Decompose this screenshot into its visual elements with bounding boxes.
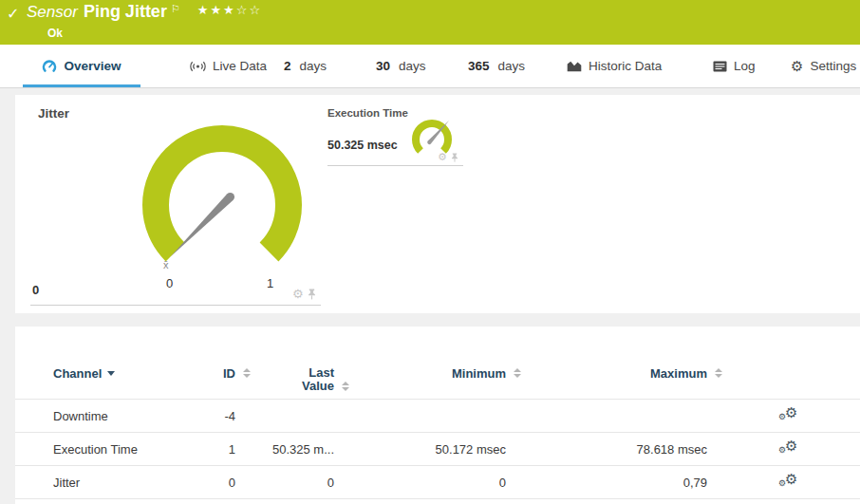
channel-id: -4: [196, 409, 235, 423]
gauge-needle: [171, 193, 234, 256]
execution-time-gauge-toolbar: ⚙: [438, 152, 458, 162]
sort-icon[interactable]: [342, 382, 349, 391]
execution-time-panel-divider: [327, 165, 463, 166]
stars-empty: ☆☆: [236, 3, 262, 17]
channel-minimum: 0: [334, 476, 506, 490]
settings-gear-icon: ⚙: [791, 59, 803, 73]
tab-live-data-label: Live Data: [213, 59, 267, 73]
tab-365-days-number: 365: [468, 59, 490, 73]
channel-name: Execution Time: [53, 442, 196, 457]
table-row-jitter[interactable]: Jitter 0 0 0 0,79 ⚙⚙: [15, 466, 860, 499]
channel-name: Downtime: [53, 409, 196, 423]
column-header-last-label: Last: [308, 365, 334, 380]
stars-filled: ★★★: [197, 3, 236, 17]
sort-icon[interactable]: [715, 368, 722, 378]
tab-30-days[interactable]: 30 days: [376, 45, 426, 87]
jitter-panel-divider: [30, 305, 321, 306]
status-ok-check-icon: ✓: [7, 5, 19, 23]
tab-settings-label: Settings: [810, 59, 856, 73]
tab-2-days-number: 2: [284, 59, 291, 73]
channel-last-value: 50.325 m...: [235, 442, 334, 457]
channel-name: Jitter: [53, 476, 196, 490]
sensor-header: ✓ SensorPing Jitter⚐★★★☆☆ Ok: [0, 0, 860, 45]
object-type-label: Sensor: [27, 3, 78, 21]
channel-maximum: 0,79: [506, 476, 707, 490]
execution-time-gauge-title: Execution Time: [327, 107, 408, 119]
tab-settings[interactable]: ⚙ Settings: [791, 45, 856, 87]
tab-historic-data[interactable]: Historic Data: [567, 45, 662, 87]
channel-maximum: 78.618 msec: [506, 442, 707, 457]
channel-minimum: 50.172 msec: [334, 442, 506, 457]
sensor-title: Ping Jitter: [84, 2, 167, 21]
tab-historic-data-label: Historic Data: [589, 59, 662, 73]
column-header-maximum-label: Maximum: [650, 366, 707, 381]
channel-id: 0: [196, 476, 235, 490]
channel-id: 1: [196, 442, 235, 457]
jitter-gauge-title: Jitter: [38, 106, 69, 121]
column-header-channel-label: Channel: [53, 366, 102, 381]
execution-time-current-value: 50.325 msec: [327, 139, 398, 152]
channel-table-panel: Channel ID Last Value Minimum Maximum: [15, 327, 860, 504]
jitter-gauge-toolbar: ⚙: [292, 288, 316, 300]
tab-365-days-unit: days: [498, 59, 526, 73]
channel-settings-gears-icon[interactable]: ⚙⚙: [778, 439, 799, 457]
tab-2-days[interactable]: 2 days: [284, 45, 327, 87]
prtg-sensor-page: ✓ SensorPing Jitter⚐★★★☆☆ Ok Overview Li…: [0, 0, 860, 504]
gauge-scale-max: 1: [267, 276, 273, 290]
tab-365-days[interactable]: 365 days: [468, 45, 525, 87]
log-icon: [713, 61, 727, 72]
channel-settings-gears-icon[interactable]: ⚙⚙: [778, 473, 799, 490]
pin-icon[interactable]: [451, 153, 458, 162]
channel-table-header-row: Channel ID Last Value Minimum Maximum: [15, 327, 860, 400]
column-header-minimum-label: Minimum: [452, 366, 506, 381]
gauge-settings-gear-icon[interactable]: ⚙: [292, 288, 304, 300]
column-header-maximum[interactable]: Maximum: [506, 327, 707, 381]
tab-2-days-unit: days: [300, 59, 327, 73]
table-row-downtime[interactable]: Downtime -4 ⚙⚙: [15, 400, 860, 433]
jitter-gauge: [118, 112, 327, 302]
gauges-panel: Jitter x̄ 0 1 0 ⚙ Execution Time 50.325 …: [15, 95, 860, 313]
pin-icon[interactable]: [308, 289, 316, 300]
column-header-id-label: ID: [223, 366, 235, 381]
tab-overview-label: Overview: [64, 59, 121, 73]
historic-chart-icon: [567, 60, 582, 72]
column-header-channel[interactable]: Channel: [53, 327, 196, 381]
column-header-minimum[interactable]: Minimum: [334, 327, 506, 381]
tab-log[interactable]: Log: [713, 45, 756, 87]
tab-log-label: Log: [734, 59, 756, 73]
flag-icon[interactable]: ⚐: [171, 3, 180, 14]
live-data-icon: [190, 60, 206, 73]
average-marker: x̄: [163, 259, 169, 271]
sensor-status-badge: Ok: [47, 27, 63, 40]
gauge-settings-gear-icon[interactable]: ⚙: [438, 152, 447, 162]
jitter-current-value: 0: [32, 283, 39, 297]
gauge-scale-min: 0: [166, 276, 173, 290]
channel-settings-gears-icon[interactable]: ⚙⚙: [778, 406, 799, 423]
priority-stars[interactable]: ★★★☆☆: [197, 3, 262, 17]
tab-live-data[interactable]: Live Data: [190, 45, 267, 87]
tab-bar: Overview Live Data 2 days 30 days 365 da…: [0, 45, 860, 88]
tab-30-days-number: 30: [376, 59, 390, 73]
channel-last-value: 0: [235, 476, 334, 490]
tab-30-days-unit: days: [399, 59, 426, 73]
column-header-id[interactable]: ID: [196, 327, 235, 381]
sort-direction-icon: [107, 371, 115, 376]
column-header-value-label: Value: [302, 379, 334, 393]
column-header-last-value[interactable]: Last Value: [235, 327, 334, 393]
gauge-icon: [42, 59, 57, 74]
sensor-title-line: SensorPing Jitter⚐★★★☆☆: [27, 2, 262, 22]
table-row-execution-time[interactable]: Execution Time 1 50.325 m... 50.172 msec…: [15, 433, 860, 466]
tab-overview[interactable]: Overview: [23, 45, 140, 87]
